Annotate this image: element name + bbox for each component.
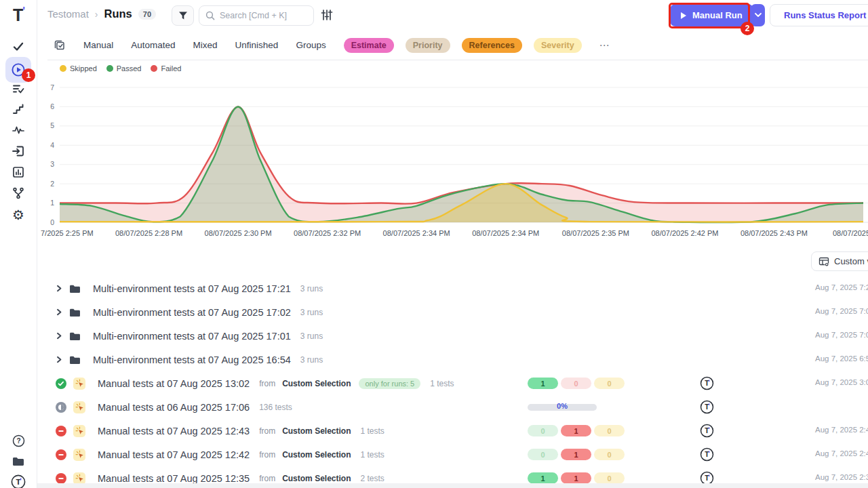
progress-percent: 0%	[528, 402, 597, 410]
run-row[interactable]: Manual tests at 07 Aug 2025 12:43fromCus…	[37, 419, 868, 443]
row-main: Manual tests at 06 Aug 2025 17:06136 tes…	[56, 395, 292, 419]
run-title[interactable]: Manual tests at 07 Aug 2025 12:35	[98, 473, 250, 484]
legend-item-passed[interactable]: Passed	[106, 64, 142, 73]
sidebar-item-import[interactable]	[5, 140, 31, 163]
row-main: Manual tests at 07 Aug 2025 12:42fromCus…	[56, 443, 384, 466]
run-group-row[interactable]: Multi-environment tests at 07 Aug 2025 1…	[37, 348, 868, 371]
pulse-icon	[12, 123, 25, 137]
select-all-icon[interactable]	[53, 39, 66, 52]
runs-status-report-label: Runs Status Report	[784, 10, 866, 20]
filter-chip-priority[interactable]: Priority	[406, 38, 450, 53]
chevron-right-icon[interactable]	[56, 356, 62, 363]
custom-view-button[interactable]: Custom view	[811, 251, 868, 271]
adjustments-icon[interactable]	[321, 9, 333, 24]
sidebar-item-help[interactable]: ?	[5, 429, 31, 452]
tab-mixed[interactable]: Mixed	[193, 40, 218, 50]
tab-unfinished[interactable]: Unfinished	[235, 40, 279, 50]
sidebar-item-steps[interactable]	[5, 98, 31, 121]
run-title[interactable]: Manual tests at 06 Aug 2025 17:06	[98, 402, 250, 413]
svg-text:3: 3	[50, 160, 54, 168]
sidebar-item-tests[interactable]	[5, 35, 31, 58]
sidebar-item-branches[interactable]	[5, 182, 31, 205]
search-icon	[205, 11, 215, 20]
result-pills: 110	[528, 472, 625, 484]
chevron-down-icon	[755, 13, 762, 18]
svg-text:08/07/2025 2:34 PM: 08/07/2025 2:34 PM	[472, 229, 539, 237]
search-input[interactable]	[220, 11, 301, 20]
run-date: Aug 7, 2025 7:21 P	[815, 283, 868, 291]
assignee-avatar[interactable]: T	[700, 400, 714, 414]
from-label: from	[259, 379, 275, 388]
run-group-title[interactable]: Multi-environment tests at 07 Aug 2025 1…	[93, 307, 291, 318]
legend-item-skipped[interactable]: Skipped	[60, 64, 97, 73]
chevron-right-icon[interactable]	[56, 308, 62, 316]
run-group-title[interactable]: Multi-environment tests at 07 Aug 2025 1…	[93, 331, 291, 342]
chevron-right-icon[interactable]	[56, 332, 62, 340]
avatar[interactable]: T	[700, 424, 714, 441]
table-gear-icon	[818, 256, 829, 267]
help-icon: ?	[12, 434, 25, 447]
tab-automated[interactable]: Automated	[131, 40, 175, 50]
svg-text:?: ?	[16, 437, 20, 445]
more-tabs-button[interactable]: ⋯	[599, 39, 611, 52]
search-box[interactable]	[199, 5, 314, 26]
manual-run-dropdown-button[interactable]	[751, 4, 765, 26]
check-icon	[12, 40, 25, 54]
manual-test-icon	[73, 425, 85, 437]
avatar[interactable]: T	[700, 400, 714, 417]
run-date: Aug 7, 2025 2:43 P	[815, 426, 868, 434]
avatar[interactable]: T	[700, 447, 714, 464]
run-row[interactable]: Manual tests at 07 Aug 2025 13:02fromCus…	[37, 371, 868, 395]
assignee-avatar[interactable]: T	[700, 376, 714, 390]
sidebar-item-account[interactable]: T	[5, 470, 31, 488]
sidebar-item-projects[interactable]	[5, 449, 31, 472]
legend-item-failed[interactable]: Failed	[151, 64, 181, 73]
legend-dot	[151, 65, 157, 72]
run-group-row[interactable]: Multi-environment tests at 07 Aug 2025 1…	[37, 300, 868, 324]
manual-run-button[interactable]: Manual Run	[670, 4, 753, 26]
run-group-row[interactable]: Multi-environment tests at 07 Aug 2025 1…	[37, 277, 868, 300]
run-group-title[interactable]: Multi-environment tests at 07 Aug 2025 1…	[93, 283, 291, 294]
filter-button[interactable]	[172, 5, 194, 26]
assignee-avatar[interactable]: T	[700, 424, 714, 438]
avatar[interactable]: T	[700, 376, 714, 393]
run-row[interactable]: Manual tests at 07 Aug 2025 12:42fromCus…	[37, 443, 868, 466]
filter-chip-severity[interactable]: Severity	[534, 38, 582, 53]
sidebar-item-pulse[interactable]	[5, 119, 31, 142]
run-source: Custom Selection	[282, 379, 351, 388]
assignee-avatar[interactable]: T	[700, 447, 714, 462]
annotation-step-1: 1	[22, 68, 35, 82]
folder-icon	[69, 284, 81, 293]
run-group-row[interactable]: Multi-environment tests at 07 Aug 2025 1…	[37, 324, 868, 348]
status-passed-icon	[56, 378, 66, 389]
svg-text:7/2025 2:25 PM: 7/2025 2:25 PM	[41, 229, 94, 237]
from-label: from	[259, 474, 275, 483]
run-title[interactable]: Manual tests at 07 Aug 2025 13:02	[98, 378, 250, 389]
runs-status-report-button[interactable]: Runs Status Report	[770, 4, 868, 26]
run-count-meta: 3 runs	[300, 355, 323, 365]
breadcrumb-project[interactable]: Testomat	[47, 8, 89, 20]
run-date: Aug 7, 2025 3:02 P	[815, 378, 868, 386]
sidebar-item-settings[interactable]: ⚙	[5, 203, 31, 226]
app-logo[interactable]: T'	[0, 5, 37, 25]
app-root: T' ⚙ ?	[0, 0, 868, 488]
run-row[interactable]: Manual tests at 06 Aug 2025 17:06136 tes…	[37, 395, 868, 419]
run-source: Custom Selection	[282, 474, 351, 483]
result-pill: 0	[528, 449, 558, 460]
row-main: Manual tests at 07 Aug 2025 13:02fromCus…	[56, 371, 454, 395]
sidebar-item-reports[interactable]	[5, 161, 31, 184]
filter-chip-estimate[interactable]: Estimate	[344, 38, 394, 53]
tab-groups[interactable]: Groups	[296, 40, 326, 50]
row-main: Multi-environment tests at 07 Aug 2025 1…	[56, 277, 323, 300]
filter-chip-references[interactable]: References	[462, 38, 522, 53]
run-title[interactable]: Manual tests at 07 Aug 2025 12:42	[98, 449, 250, 460]
run-group-title[interactable]: Multi-environment tests at 07 Aug 2025 1…	[93, 354, 291, 365]
tab-manual[interactable]: Manual	[83, 40, 113, 50]
result-pill: 1	[561, 472, 591, 484]
run-title[interactable]: Manual tests at 07 Aug 2025 12:43	[98, 426, 250, 436]
svg-text:T: T	[16, 478, 20, 486]
folder-icon	[69, 355, 81, 365]
play-icon	[681, 12, 686, 19]
result-pills: 010	[528, 449, 625, 460]
chevron-right-icon[interactable]	[56, 285, 62, 292]
